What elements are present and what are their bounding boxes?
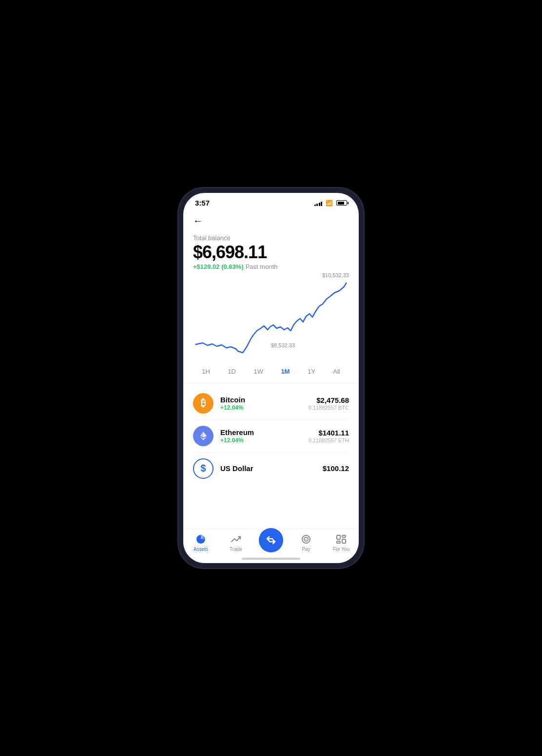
filter-1d[interactable]: 1D	[225, 366, 239, 377]
header: ←	[183, 209, 359, 230]
ethereum-name: Ethereum	[220, 428, 302, 436]
ethereum-icon	[193, 426, 213, 446]
status-time: 3:57	[195, 199, 210, 207]
svg-rect-11	[337, 541, 340, 543]
back-button[interactable]: ←	[193, 213, 209, 228]
svg-rect-10	[342, 539, 346, 543]
svg-marker-3	[203, 437, 207, 440]
svg-rect-9	[342, 535, 346, 537]
home-indicator	[183, 554, 359, 563]
ethereum-info: Ethereum +12.04%	[220, 428, 302, 444]
phone-frame: 3:57 📶 ← Total ba	[178, 188, 364, 568]
bitcoin-change: +12.04%	[220, 404, 302, 411]
asset-item-usd[interactable]: $ US Dollar $100.12	[183, 453, 359, 485]
pay-icon	[300, 533, 312, 545]
ethereum-crypto: 0.11882557 ETH	[309, 437, 349, 443]
usd-info: US Dollar	[220, 464, 316, 472]
for-you-label: For You	[333, 547, 349, 552]
bitcoin-crypto: 0.11882557 BTC	[309, 405, 349, 411]
chart-area: $10,532.33 $8,532.33	[183, 270, 359, 362]
chart-high-label: $10,532.33	[322, 272, 349, 278]
usd-icon: $	[193, 458, 213, 479]
svg-point-7	[306, 539, 307, 540]
asset-list: ₿ Bitcoin +12.04% $2,475.68 0.11882557 B…	[183, 383, 359, 489]
bitcoin-name: Bitcoin	[220, 396, 302, 404]
balance-change-value: +$129.02 (0.63%)	[193, 263, 244, 270]
status-icons: 📶	[314, 200, 348, 207]
trade-icon	[230, 533, 242, 545]
balance-amount: $6,698.11	[193, 243, 349, 262]
bitcoin-icon: ₿	[193, 393, 213, 414]
filter-1m[interactable]: 1M	[278, 366, 292, 377]
time-filters: 1H 1D 1W 1M 1Y All	[183, 362, 359, 383]
filter-1y[interactable]: 1Y	[305, 366, 318, 377]
svg-marker-1	[203, 432, 207, 437]
nav-item-swap[interactable]	[258, 533, 284, 552]
balance-label: Total balance	[193, 234, 349, 242]
nav-item-pay[interactable]: Pay	[293, 533, 319, 552]
asset-item-bitcoin[interactable]: ₿ Bitcoin +12.04% $2,475.68 0.11882557 B…	[183, 387, 359, 419]
svg-marker-0	[200, 432, 203, 437]
bitcoin-values: $2,475.68 0.11882557 BTC	[309, 396, 349, 411]
screen-content: ← Total balance $6,698.11 +$129.02 (0.63…	[183, 209, 359, 529]
bottom-nav: Assets Trade	[183, 529, 359, 554]
svg-rect-8	[337, 535, 340, 539]
bitcoin-info: Bitcoin +12.04%	[220, 396, 302, 411]
ethereum-usd: $1401.11	[309, 429, 349, 437]
bitcoin-usd: $2,475.68	[309, 396, 349, 404]
signal-icon	[314, 200, 323, 206]
assets-icon	[195, 533, 207, 545]
svg-marker-2	[200, 437, 203, 440]
assets-label: Assets	[194, 547, 208, 552]
ethereum-change: +12.04%	[220, 437, 302, 444]
filter-all[interactable]: All	[330, 366, 343, 377]
usd-value: $100.12	[323, 464, 349, 472]
balance-section: Total balance $6,698.11 +$129.02 (0.63%)…	[183, 230, 359, 270]
usd-name: US Dollar	[220, 464, 316, 472]
nav-item-assets[interactable]: Assets	[188, 533, 213, 552]
swap-button[interactable]	[259, 528, 283, 552]
pay-label: Pay	[302, 547, 310, 552]
phone-screen: 3:57 📶 ← Total ba	[183, 193, 359, 563]
ethereum-values: $1401.11 0.11882557 ETH	[309, 429, 349, 443]
nav-item-trade[interactable]: Trade	[223, 533, 249, 552]
for-you-icon	[335, 533, 347, 545]
trade-label: Trade	[230, 547, 242, 552]
wifi-icon: 📶	[326, 200, 333, 207]
home-bar	[242, 558, 300, 560]
filter-1w[interactable]: 1W	[251, 366, 266, 377]
status-bar: 3:57 📶	[183, 193, 359, 209]
asset-item-ethereum[interactable]: Ethereum +12.04% $1401.11 0.11882557 ETH	[183, 420, 359, 452]
balance-change-period: Past month	[246, 263, 278, 270]
balance-change: +$129.02 (0.63%) Past month	[193, 263, 349, 270]
nav-item-for-you[interactable]: For You	[329, 533, 354, 552]
filter-1h[interactable]: 1H	[199, 366, 213, 377]
battery-icon	[336, 200, 347, 206]
chart-low-label: $8,532.33	[271, 342, 295, 348]
usd-values: $100.12	[323, 464, 349, 472]
